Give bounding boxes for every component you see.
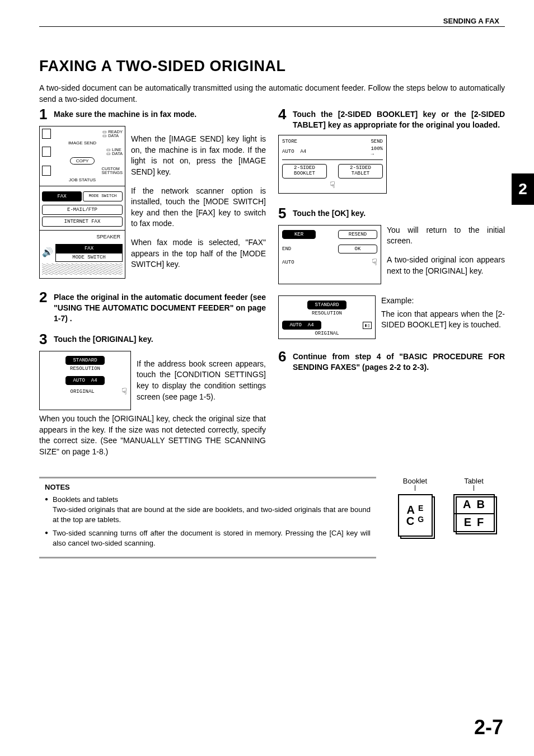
- auto-a4-pill[interactable]: AUTO A4: [65, 376, 105, 385]
- a4-label: A4: [300, 149, 306, 154]
- step-2-number: 2: [39, 290, 54, 324]
- touch-finger-icon: ☟: [121, 386, 127, 397]
- store-label: STORE: [282, 139, 297, 144]
- section-header: SENDING A FAX: [39, 17, 505, 25]
- ker-pill: KER: [282, 230, 316, 239]
- note-1: Booklets and tablets Two-sided originals…: [45, 495, 371, 525]
- original-label: ORIGINAL: [43, 389, 121, 395]
- standard-pill-2[interactable]: STANDARD: [307, 300, 346, 309]
- 2sided-tablet-button[interactable]: 2-SIDED TABLET: [338, 164, 383, 179]
- internet-fax-button[interactable]: INTERNET FAX: [42, 217, 123, 227]
- example-label: Example:: [381, 295, 505, 307]
- ok-button[interactable]: OK: [338, 245, 377, 253]
- example-text: The icon that appears when the [2-SIDED …: [381, 309, 505, 331]
- step-3-number: 3: [39, 332, 54, 346]
- original-label-2: ORIGINAL: [282, 331, 372, 336]
- 2sided-icon: ▮▯: [363, 322, 372, 329]
- custom-settings-label: CUSTOM SETTINGS: [101, 167, 123, 175]
- tablet-icon: AB EF: [453, 494, 495, 532]
- step-1-text-2: If the network scanner option is install…: [131, 186, 266, 229]
- send-label: SEND: [371, 139, 383, 144]
- step-4-title: Touch the [2-SIDED BOOKLET] key or the […: [293, 107, 505, 130]
- step-5-number: 5: [278, 206, 293, 220]
- panel-scribble: [42, 264, 123, 275]
- fax-button[interactable]: FAX: [42, 191, 82, 201]
- mode-switch-indicator: MODE SWITCH: [55, 253, 123, 262]
- step-6-title: Continue from step 4 of "BASIC PROCEDURE…: [293, 349, 505, 373]
- end-label: END: [282, 246, 291, 252]
- step-3-text-2: When you touch the [ORIGINAL] key, check…: [39, 414, 266, 457]
- step-1-text-1: When the [IMAGE SEND] key light is on, t…: [131, 134, 266, 177]
- booklet-caption: Booklet: [398, 477, 433, 485]
- resolution-label-2: RESOLUTION: [282, 311, 372, 316]
- step-5-title: Touch the [OK] key.: [293, 206, 366, 220]
- auto-a4-pill-2[interactable]: AUTO A4: [282, 321, 321, 330]
- job-status-label: JOB STATUS: [42, 177, 123, 182]
- tablet-caption: Tablet: [453, 477, 495, 485]
- data-label-2: DATA: [112, 151, 123, 156]
- step-3-title: Touch the [ORIGINAL] key.: [54, 332, 153, 346]
- fax-indicator: FAX: [55, 244, 123, 253]
- auto-label: AUTO: [282, 149, 294, 154]
- zoom-label: 100%→: [371, 146, 383, 157]
- 2sided-booklet-button[interactable]: 2-SIDED BOOKLET: [282, 164, 327, 179]
- booklet-tablet-figure: Booklet AE CG Tablet AB EF: [387, 477, 505, 558]
- touch-finger-icon: ☟: [372, 257, 377, 268]
- image-send-label: IMAGE SEND: [42, 140, 123, 145]
- auto-label-2: AUTO: [282, 260, 294, 265]
- page-title: FAXING A TWO-SIDED ORIGINAL: [39, 58, 505, 75]
- resend-button[interactable]: RESEND: [338, 230, 377, 239]
- page-number: 2-7: [474, 716, 503, 739]
- copy-button[interactable]: COPY: [70, 157, 95, 165]
- intro-text: A two-sided document can be automaticall…: [39, 83, 505, 105]
- touch-finger-icon: ☟: [330, 181, 335, 191]
- notes-heading: NOTES: [45, 483, 371, 491]
- step-4-screen: STORE SEND AUTO A4 100%→ 2-SIDED BOOKLET…: [278, 135, 387, 194]
- step-1-number: 1: [39, 107, 54, 121]
- header-rule: [39, 26, 505, 27]
- speaker-icon: 🔊: [42, 247, 53, 257]
- chapter-tab: 2: [512, 173, 534, 205]
- notes-box: NOTES Booklets and tablets Two-sided ori…: [39, 477, 376, 558]
- step-5-text-1: You will return to the initial screen.: [387, 225, 505, 247]
- email-ftp-button[interactable]: E-MAIL/FTP: [42, 205, 123, 215]
- control-panel-figure: ▭ READY▭ DATA IMAGE SEND ▭ LINE▭ DATA CO…: [39, 126, 125, 279]
- resolution-label: RESOLUTION: [43, 366, 127, 372]
- booklet-icon: AE CG: [398, 494, 433, 537]
- data-label-1: DATA: [108, 133, 119, 138]
- step-2-title: Place the original in the automatic docu…: [54, 290, 266, 324]
- note-2: Two-sided scanning turns off after the d…: [45, 528, 371, 548]
- mode-switch-button[interactable]: MODE SWITCH: [83, 191, 123, 201]
- step-3-screen: STANDARD RESOLUTION AUTO A4 ORIGINAL ☟: [39, 351, 131, 410]
- step-5-screen-b: STANDARD RESOLUTION AUTO A4 ▮▯ ORIGINAL: [278, 295, 376, 339]
- step-5-screen-a: KER RESEND END OK AUTO ☟: [278, 225, 381, 284]
- step-1-title: Make sure the machine is in fax mode.: [54, 107, 196, 121]
- step-1-text-3: When fax mode is selected, "FAX" appears…: [131, 237, 266, 270]
- step-6-number: 6: [278, 349, 293, 373]
- step-5-text-2: A two-sided original icon appears next t…: [387, 255, 505, 276]
- standard-pill[interactable]: STANDARD: [65, 356, 105, 365]
- speaker-label: SPEAKER: [42, 234, 123, 240]
- step-3-text-1: If the address book screen appears, touc…: [137, 359, 266, 402]
- step-4-number: 4: [278, 107, 293, 130]
